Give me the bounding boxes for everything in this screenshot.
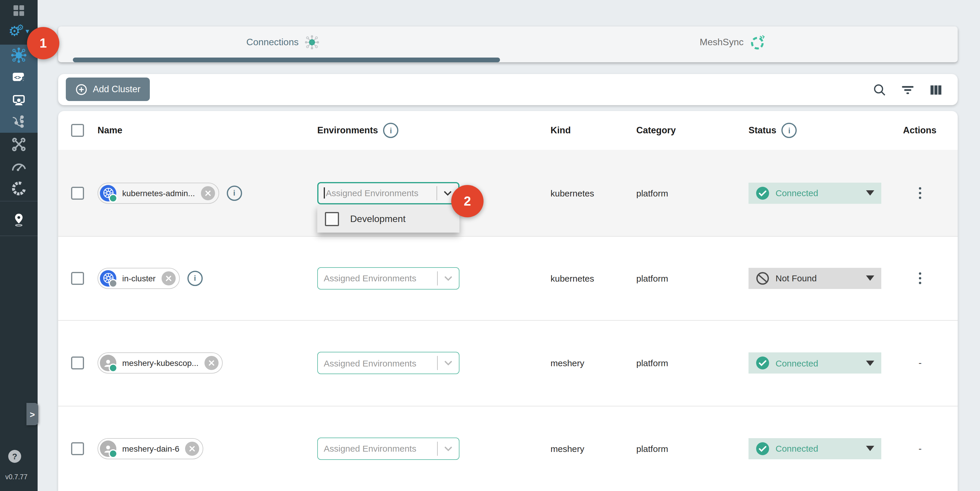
sidebar-item-performance[interactable] [0,157,38,177]
sidebar-item-designs[interactable] [0,90,38,110]
status-dot [109,194,118,202]
add-cluster-button[interactable]: Add Cluster [66,78,150,101]
dropdown-option-development[interactable]: Development [317,205,460,233]
column-header-kind[interactable]: Kind [550,111,571,150]
help-icon[interactable]: ? [8,450,21,463]
no-actions-dash: - [919,443,922,454]
plus-circle-icon [75,83,88,95]
connection-name-chip[interactable]: meshery-kubescop... [97,353,223,373]
environments-select[interactable]: Assigned Environments [317,267,460,289]
filter-icon[interactable] [900,82,915,97]
delete-icon[interactable] [185,442,199,456]
environments-select[interactable]: Assigned Environments [317,352,460,374]
column-label: Kind [550,125,571,136]
info-icon[interactable]: i [383,123,399,138]
grid-icon [14,5,24,16]
check-circle-icon [756,186,770,200]
mesh-network-icon [11,47,27,64]
svg-text:<>: <> [14,74,21,81]
sidebar-expand-button[interactable]: > [26,403,38,425]
column-header-environments[interactable]: Environments i [317,111,399,150]
status-chip[interactable]: Connected [749,182,881,203]
check-circle-icon [756,442,770,456]
status-dot [109,449,118,458]
delete-icon[interactable] [204,356,219,370]
select-divider [437,356,438,370]
tab-meshsync[interactable]: MeshSync [508,26,958,57]
kubernetes-icon [100,270,116,286]
dropdown-arrow-icon[interactable] [866,446,874,451]
info-icon[interactable]: i [188,270,203,286]
view-columns-icon[interactable] [928,82,943,97]
kind-cell: kubernetes [550,188,594,198]
option-checkbox[interactable] [325,212,339,226]
status-chip[interactable]: Connected [749,353,881,373]
status-label: Not Found [776,273,817,283]
row-checkbox[interactable] [71,442,84,455]
info-icon[interactable]: i [782,123,797,138]
row-checkbox[interactable] [71,186,84,199]
sidebar-item-workflows[interactable] [0,111,38,132]
table-toolbar: Add Cluster [58,74,958,105]
pie-ring-icon [11,181,26,196]
crossed-wrenches-icon [11,137,26,152]
dropdown-arrow-icon[interactable] [866,360,874,365]
dropdown-arrow-icon[interactable] [866,190,874,195]
sidebar-item-get-started[interactable] [0,210,38,230]
delete-icon[interactable] [200,186,215,200]
dropdown-arrow-icon[interactable] [866,275,874,281]
check-circle-icon [756,356,770,370]
tab-connections[interactable]: Connections [58,26,508,57]
connection-name-chip[interactable]: in-cluster [97,267,180,289]
table-header: Name Environments i Kind Category Status… [58,111,958,150]
kebab-menu-icon[interactable] [916,270,924,287]
kind-value: kubernetes [550,188,594,198]
search-icon[interactable] [872,82,887,97]
connection-name-chip[interactable]: meshery-dain-6 [97,438,204,459]
category-value: platform [636,443,668,453]
column-label: Name [97,125,122,136]
sidebar-item-adapters[interactable]: <> [0,68,38,87]
gear-small-icon: ⚙ [17,23,24,31]
info-icon[interactable]: i [226,185,242,200]
environments-placeholder: Assigned Environments [324,443,435,453]
sidebar-item-extensions[interactable] [0,178,38,199]
guide-step-badge-1[interactable]: 1 [27,27,59,59]
actions-cell: - [911,358,929,368]
environments-select[interactable]: Assigned Environments [317,437,460,459]
environments-select[interactable]: Assigned Environments [317,182,460,204]
status-chip[interactable]: Connected [749,438,881,459]
add-cluster-label: Add Cluster [93,84,140,95]
sidebar-item-dashboard[interactable] [0,1,38,21]
category-value: platform [636,188,668,198]
connection-name-chip[interactable]: kubernetes-admin... [97,182,219,203]
chevron-right-icon: > [30,409,35,419]
status-chip[interactable]: Not Found [749,267,881,289]
chevron-down-icon[interactable] [442,356,455,369]
column-label: Actions [903,125,937,136]
tab-bar: Connections [58,26,958,62]
column-label: Category [636,125,676,136]
category-cell: platform [636,273,668,283]
delete-icon[interactable] [162,271,176,285]
select-all-checkbox[interactable] [71,124,84,137]
select-divider [437,271,438,285]
column-header-status[interactable]: Status i [749,111,797,150]
row-checkbox[interactable] [71,272,84,284]
gauge-icon [11,159,27,175]
row-checkbox[interactable] [71,356,84,369]
sidebar-item-configuration[interactable] [0,135,38,154]
app-version: v0.7.77 [5,474,27,480]
user-avatar-icon [100,440,116,457]
status-dot [109,364,118,372]
column-header-category[interactable]: Category [636,111,676,150]
kebab-menu-icon[interactable] [916,185,924,202]
category-cell: platform [636,358,668,368]
chevron-down-icon[interactable] [442,272,455,284]
column-header-name[interactable]: Name [97,111,122,150]
guide-step-badge-2[interactable]: 2 [451,185,484,217]
connection-name: meshery-dain-6 [122,444,180,453]
column-header-actions: Actions [903,111,937,150]
select-divider [437,442,438,456]
chevron-down-icon[interactable] [442,442,455,455]
